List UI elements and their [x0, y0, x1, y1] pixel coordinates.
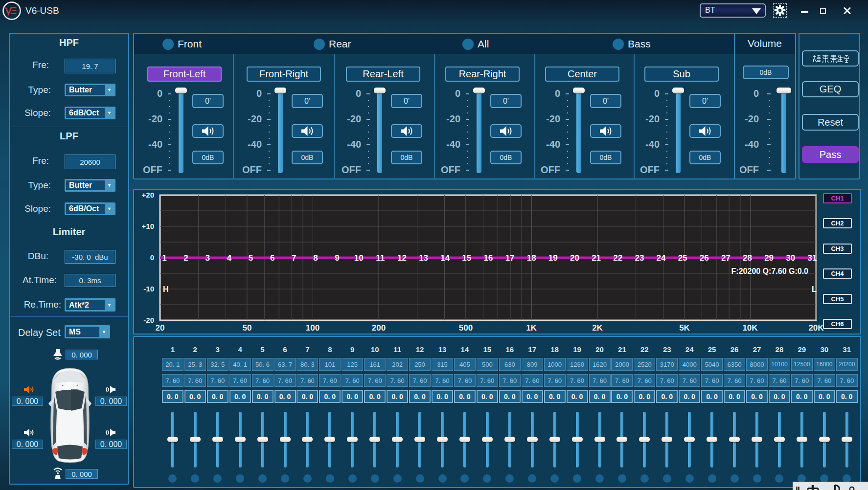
svg-text:22: 22: [613, 253, 622, 263]
svg-text:20: 20: [570, 253, 579, 263]
svg-text:24: 24: [657, 253, 666, 263]
svg-text:6: 6: [270, 253, 274, 263]
svg-text:26: 26: [700, 253, 709, 263]
svg-text:14: 14: [440, 253, 450, 263]
svg-text:25: 25: [678, 253, 687, 263]
svg-text:7: 7: [292, 253, 296, 263]
svg-text:12: 12: [397, 253, 407, 263]
svg-text:31: 31: [807, 253, 817, 263]
svg-text:21: 21: [592, 253, 601, 263]
svg-text:5: 5: [249, 253, 253, 263]
svg-text:18: 18: [527, 253, 536, 263]
svg-text:9: 9: [335, 253, 339, 263]
svg-text:27: 27: [721, 253, 731, 263]
svg-text:3: 3: [206, 253, 210, 263]
svg-text:4: 4: [227, 253, 232, 263]
svg-text:2: 2: [183, 253, 188, 263]
svg-text:L: L: [812, 285, 817, 293]
svg-text:H: H: [163, 285, 169, 293]
svg-text:10: 10: [354, 253, 364, 263]
svg-text:29: 29: [764, 253, 774, 263]
svg-text:16: 16: [484, 253, 493, 263]
svg-text:15: 15: [462, 253, 471, 263]
svg-text:23: 23: [635, 253, 644, 263]
svg-text:8: 8: [313, 253, 318, 263]
svg-text:17: 17: [505, 253, 515, 263]
svg-text:13: 13: [419, 253, 428, 263]
svg-text:30: 30: [786, 253, 795, 263]
svg-text:1: 1: [162, 253, 166, 263]
svg-text:11: 11: [376, 253, 385, 263]
svg-text:F:20200 Q:7.60 G:0.0: F:20200 Q:7.60 G:0.0: [731, 267, 809, 275]
svg-text:19: 19: [548, 253, 558, 263]
svg-text:28: 28: [743, 253, 752, 263]
